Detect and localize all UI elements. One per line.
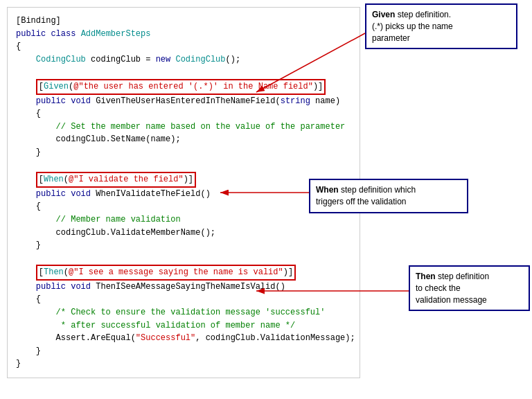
code-line-10: codingClub.SetName(name); xyxy=(16,133,351,146)
code-line-3: { xyxy=(16,40,351,53)
code-line-22: { xyxy=(16,293,351,306)
code-line-12 xyxy=(16,159,351,172)
code-panel: [Binding] public class AddMemberSteps { … xyxy=(7,7,360,378)
then-annotation: Then step definitionto check thevalidati… xyxy=(409,265,530,311)
when-label: When xyxy=(316,185,339,195)
code-line-2: public class AddMemberSteps xyxy=(16,28,351,41)
code-line-24: * after successful validation of member … xyxy=(16,319,351,332)
given-annotation: Given step definition.(.*) picks up the … xyxy=(365,3,517,49)
code-line-27: } xyxy=(16,357,351,371)
code-line-26: } xyxy=(16,345,351,358)
code-line-13: [When(@"I validate the field")] xyxy=(16,172,351,188)
code-line-15: { xyxy=(16,200,351,213)
when-annotation: When step definition whichtriggers off t… xyxy=(309,179,468,213)
code-line-21: public void ThenISeeAMessageSayingTheNam… xyxy=(16,281,351,294)
code-line-11: } xyxy=(16,146,351,159)
code-line-19 xyxy=(16,252,351,265)
code-line-17: codingClub.ValidateMemberName(); xyxy=(16,227,351,240)
code-line-7: public void GivenTheUserHasEnteredInTheN… xyxy=(16,95,351,108)
code-line-18: } xyxy=(16,239,351,252)
given-label: Given xyxy=(372,10,395,19)
code-line-5 xyxy=(16,66,351,79)
code-line-6: [Given(@"the user has entered '(.*)' in … xyxy=(16,79,351,95)
code-line-1: [Binding] xyxy=(16,15,351,28)
code-line-8: { xyxy=(16,107,351,121)
then-label: Then xyxy=(416,272,436,281)
code-line-20: [Then(@"I see a message saying the name … xyxy=(16,265,351,281)
code-line-25: Assert.AreEqual("Successful", codingClub… xyxy=(16,332,351,345)
code-line-4: CodingClub codingClub = new CodingClub()… xyxy=(16,53,351,66)
main-container: [Binding] public class AddMemberSteps { … xyxy=(0,0,532,399)
code-line-9: // Set the member name based on the valu… xyxy=(16,121,351,134)
code-line-23: /* Check to ensure the validation messag… xyxy=(16,306,351,319)
code-line-16: // Member name validation xyxy=(16,213,351,227)
code-line-14: public void WhenIValidateTheField() xyxy=(16,188,351,201)
